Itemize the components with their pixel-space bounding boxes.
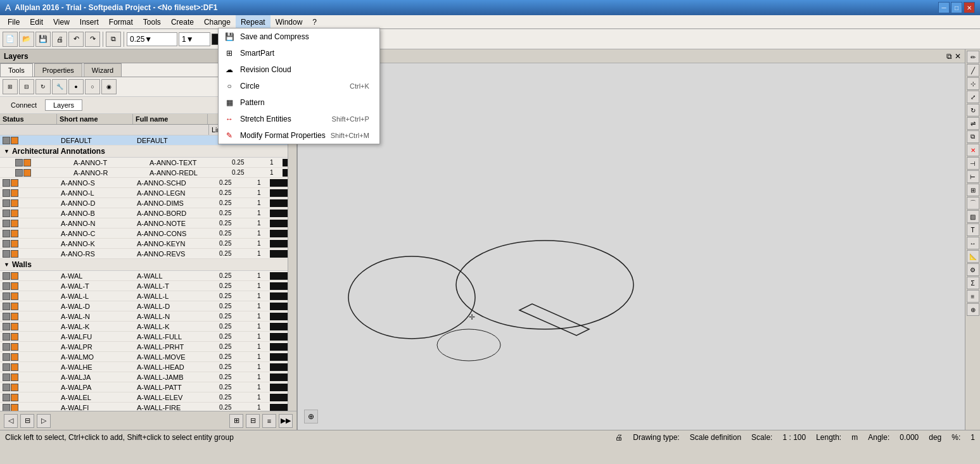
close-plan-button[interactable]: ✕ (955, 52, 961, 61)
menu-create[interactable]: Create (166, 15, 199, 29)
tool-rotate[interactable]: ↻ (967, 104, 979, 116)
menu-revision-cloud[interactable]: ☁ Revision Cloud (219, 61, 379, 78)
table-row[interactable]: A-WALFI A-WALL-FIRE 0.25 1 (0, 403, 296, 411)
table-row[interactable]: A-ANNO-N A-ANNO-NOTE 0.25 1 (0, 218, 296, 229)
snap-icon[interactable]: ⊕ (304, 410, 318, 423)
tool-move[interactable]: ⤢ (967, 91, 979, 103)
tool-copy[interactable]: ⧉ (967, 130, 979, 143)
menu-save-compress[interactable]: 💾 Save and Compress (219, 28, 379, 45)
layer-btn-4[interactable]: 🔧 (52, 79, 67, 94)
layer-btn-6[interactable]: ○ (85, 79, 100, 94)
layer-bottom-btn-3[interactable]: ▷ (37, 414, 51, 428)
table-row[interactable]: A-WAL A-WALL 0.25 1 (0, 271, 296, 281)
layers-table[interactable]: DEFAULT DEFAULT ▼ Architectural Annotati… (0, 135, 296, 411)
table-row[interactable]: A-WAL-N A-WALL-N 0.25 1 (0, 311, 296, 322)
tool-dim[interactable]: ↔ (967, 237, 979, 249)
layer-filter-btn[interactable]: ≡ (262, 414, 276, 428)
subtab-connect[interactable]: Connect (3, 99, 45, 111)
table-row[interactable]: A-ANNO-D A-ANNO-DIMS 0.25 1 (0, 198, 296, 208)
layer-export-btn[interactable]: ⊞ (229, 414, 243, 428)
group-architectural[interactable]: ▼ Architectural Annotations (0, 146, 296, 158)
layer-btn-5[interactable]: ● (68, 79, 84, 94)
table-row[interactable]: A-ANO-RS A-ANNO-REVS 0.25 1 (0, 249, 296, 259)
layer-more-btn[interactable]: ▶▶ (279, 414, 293, 428)
table-row[interactable]: A-WALPR A-WALL-PRHT 0.25 1 (0, 342, 296, 352)
menu-view[interactable]: View (48, 15, 75, 29)
table-row[interactable]: A-WALHE A-WALL-HEAD 0.25 1 (0, 362, 296, 372)
maximize-button[interactable]: □ (951, 2, 962, 13)
tool-offset[interactable]: ⊞ (967, 184, 979, 196)
tool-trim[interactable]: ⊣ (967, 157, 979, 170)
menu-smartpart[interactable]: ⊞ SmartPart (219, 45, 379, 61)
copy-button[interactable]: ⧉ (106, 32, 121, 47)
table-row[interactable]: A-ANNO-T A-ANNO-TEXT 0.25 1 (0, 158, 296, 168)
menu-stretch-entities[interactable]: ↔ Stretch Entities Shift+Ctrl+P (219, 111, 379, 127)
tab-wizard[interactable]: Wizard (84, 63, 122, 77)
table-row[interactable]: A-ANNO-L A-ANNO-LEGN 0.25 1 (0, 188, 296, 198)
layer-bottom-btn-2[interactable]: ⊟ (20, 414, 34, 428)
layer-btn-2[interactable]: ⊟ (19, 79, 34, 94)
open-button[interactable]: 📂 (19, 32, 34, 47)
menu-modify-format[interactable]: ✎ Modify Format Properties Shift+Ctrl+M (219, 127, 379, 144)
menu-change[interactable]: Change (199, 15, 236, 29)
menu-insert[interactable]: Insert (75, 15, 104, 29)
table-row[interactable]: A-WALFU A-WALL-FULL 0.25 1 (0, 332, 296, 342)
table-row[interactable]: A-WALEL A-WALL-ELEV 0.25 1 (0, 392, 296, 403)
table-row[interactable]: A-ANNO-K A-ANNO-KEYN 0.25 1 (0, 239, 296, 249)
menu-tools[interactable]: Tools (138, 15, 166, 29)
menu-circle[interactable]: ○ Circle Ctrl+K (219, 78, 379, 94)
tab-properties[interactable]: Properties (34, 63, 82, 77)
menu-edit[interactable]: Edit (25, 15, 48, 29)
table-row[interactable]: A-WALJA A-WALL-JAMB 0.25 1 (0, 372, 296, 382)
tool-hatch[interactable]: ▨ (967, 210, 979, 223)
close-button[interactable]: ✕ (964, 2, 975, 13)
save-button[interactable]: 💾 (35, 32, 51, 47)
tool-snap-grid[interactable]: ⊕ (967, 303, 979, 316)
undo-button[interactable]: ↶ (68, 32, 84, 47)
table-row[interactable]: A-ANNO-R A-ANNO-REDL 0.25 1 (0, 168, 296, 178)
table-row[interactable]: A-WAL-K A-WALL-K 0.25 1 (0, 322, 296, 332)
tool-extend[interactable]: ⊢ (967, 170, 979, 183)
menu-file[interactable]: File (3, 15, 25, 29)
table-row[interactable]: A-ANNO-C A-ANNO-CONS 0.25 1 (0, 229, 296, 239)
menu-pattern[interactable]: ▦ Pattern (219, 94, 379, 111)
tool-pencil[interactable]: ✏ (967, 51, 979, 63)
window-controls[interactable]: ─ □ ✕ (938, 2, 975, 13)
tool-extra[interactable]: ≡ (967, 290, 979, 303)
layer-btn-7[interactable]: ◉ (101, 79, 117, 94)
menu-repeat[interactable]: Repeat (236, 15, 270, 29)
table-row[interactable]: A-WALMO A-WALL-MOVE 0.25 1 (0, 352, 296, 362)
layer-btn-1[interactable]: ⊞ (3, 79, 18, 94)
table-row[interactable]: A-WAL-T A-WALL-T 0.25 1 (0, 281, 296, 291)
layer-bottom-btn-1[interactable]: ◁ (4, 414, 18, 428)
layer-import-btn[interactable]: ⊟ (246, 414, 260, 428)
menu-window[interactable]: Window (270, 15, 308, 29)
tool-mirror[interactable]: ⇌ (967, 117, 979, 130)
layer-btn-3[interactable]: ↻ (35, 79, 51, 94)
table-row[interactable]: A-WAL-D A-WALL-D 0.25 1 (0, 301, 296, 311)
tool-measure[interactable]: 📐 (967, 250, 979, 263)
subtab-layers[interactable]: Layers (45, 99, 82, 111)
tool-fillet[interactable]: ⌒ (967, 197, 979, 210)
tool-delete[interactable]: ✕ (967, 144, 979, 156)
table-row[interactable]: A-WALPA A-WALL-PATT 0.25 1 (0, 382, 296, 392)
scale-dropdown[interactable]: 0.25 ▼ (127, 32, 177, 46)
scrollbar[interactable] (288, 135, 296, 411)
pen-dropdown-icon[interactable]: ▼ (186, 35, 194, 44)
print-button[interactable]: 🖨 (52, 32, 67, 47)
scale-dropdown-icon[interactable]: ▼ (144, 35, 152, 44)
tab-tools[interactable]: Tools (0, 63, 33, 77)
table-row[interactable]: A-ANNO-S A-ANNO-SCHD 0.25 1 (0, 178, 296, 188)
restore-icon[interactable]: ⧉ (946, 52, 952, 61)
tool-settings[interactable]: ⚙ (967, 263, 979, 276)
tool-sum[interactable]: Σ (967, 277, 979, 289)
tool-line[interactable]: ╱ (967, 64, 979, 77)
pen-dropdown[interactable]: 1 ▼ (179, 32, 210, 46)
menu-format[interactable]: Format (104, 15, 138, 29)
minimize-button[interactable]: ─ (938, 2, 950, 13)
group-walls[interactable]: ▼ Walls (0, 259, 296, 271)
new-button[interactable]: 📄 (3, 32, 18, 47)
table-row[interactable]: A-WAL-L A-WALL-L 0.25 1 (0, 291, 296, 301)
redo-button[interactable]: ↷ (85, 32, 100, 47)
tool-select[interactable]: ⊹ (967, 77, 979, 90)
